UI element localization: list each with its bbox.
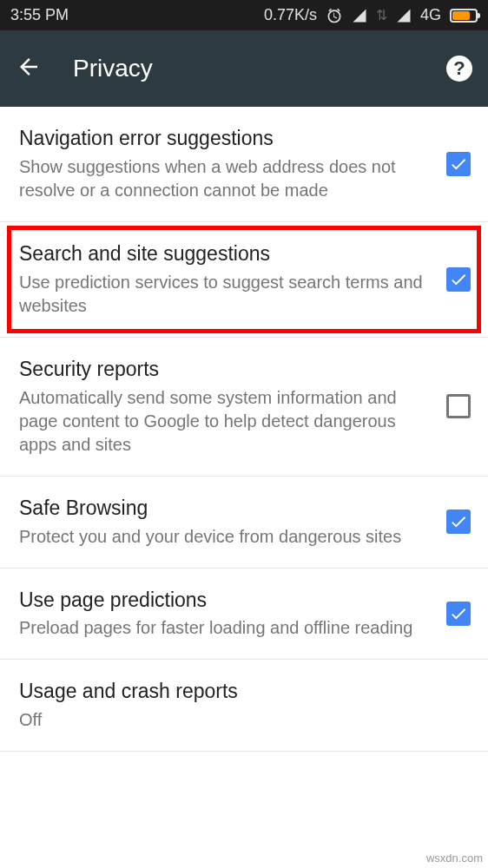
setting-item[interactable]: Safe BrowsingProtect you and your device… — [0, 477, 488, 569]
setting-text: Search and site suggestionsUse predictio… — [19, 241, 446, 318]
setting-title: Use page predictions — [19, 588, 433, 614]
setting-description: Use prediction services to suggest searc… — [19, 271, 433, 318]
watermark: wsxdn.com — [426, 852, 483, 865]
setting-item[interactable]: Use page predictionsPreload pages for fa… — [0, 569, 488, 661]
setting-title: Usage and crash reports — [19, 679, 458, 705]
setting-item[interactable]: Search and site suggestionsUse predictio… — [0, 222, 488, 337]
page-title: Privacy — [73, 55, 446, 82]
setting-item[interactable]: Security reportsAutomatically send some … — [0, 338, 488, 477]
signal-icon-2 — [396, 8, 412, 23]
back-icon[interactable] — [16, 54, 42, 83]
setting-text: Usage and crash reportsOff — [19, 679, 471, 732]
status-speed: 0.77K/s — [264, 6, 317, 24]
status-time: 3:55 PM — [10, 6, 69, 24]
status-right: 0.77K/s ⇅ 4G — [264, 6, 478, 24]
setting-text: Security reportsAutomatically send some … — [19, 357, 446, 457]
setting-description: Preload pages for faster loading and off… — [19, 616, 433, 640]
setting-description: Off — [19, 708, 458, 732]
signal-icon — [352, 8, 367, 23]
setting-text: Navigation error suggestionsShow suggest… — [19, 126, 446, 202]
setting-description: Show suggestions when a web address does… — [19, 155, 433, 202]
settings-list: Navigation error suggestionsShow suggest… — [0, 107, 488, 752]
checkbox[interactable] — [446, 152, 471, 176]
setting-item[interactable]: Navigation error suggestionsShow suggest… — [0, 107, 488, 222]
alarm-icon — [326, 7, 343, 24]
setting-title: Safe Browsing — [19, 496, 433, 522]
setting-description: Protect you and your device from dangero… — [19, 525, 433, 549]
setting-title: Security reports — [19, 357, 433, 383]
help-icon[interactable]: ? — [446, 56, 472, 82]
checkbox[interactable] — [446, 510, 471, 534]
setting-title: Navigation error suggestions — [19, 126, 433, 152]
setting-item[interactable]: Usage and crash reportsOff — [0, 660, 488, 752]
checkbox[interactable] — [446, 394, 471, 418]
checkbox[interactable] — [446, 602, 471, 626]
status-bar: 3:55 PM 0.77K/s ⇅ 4G — [0, 0, 488, 30]
app-bar: Privacy ? — [0, 30, 488, 107]
battery-icon — [450, 9, 478, 23]
network-label: 4G — [420, 6, 441, 24]
setting-text: Safe BrowsingProtect you and your device… — [19, 496, 446, 549]
checkbox[interactable] — [446, 267, 471, 292]
setting-title: Search and site suggestions — [19, 241, 433, 267]
data-arrows-icon: ⇅ — [376, 7, 387, 23]
setting-description: Automatically send some system informati… — [19, 386, 433, 457]
setting-text: Use page predictionsPreload pages for fa… — [19, 588, 446, 641]
